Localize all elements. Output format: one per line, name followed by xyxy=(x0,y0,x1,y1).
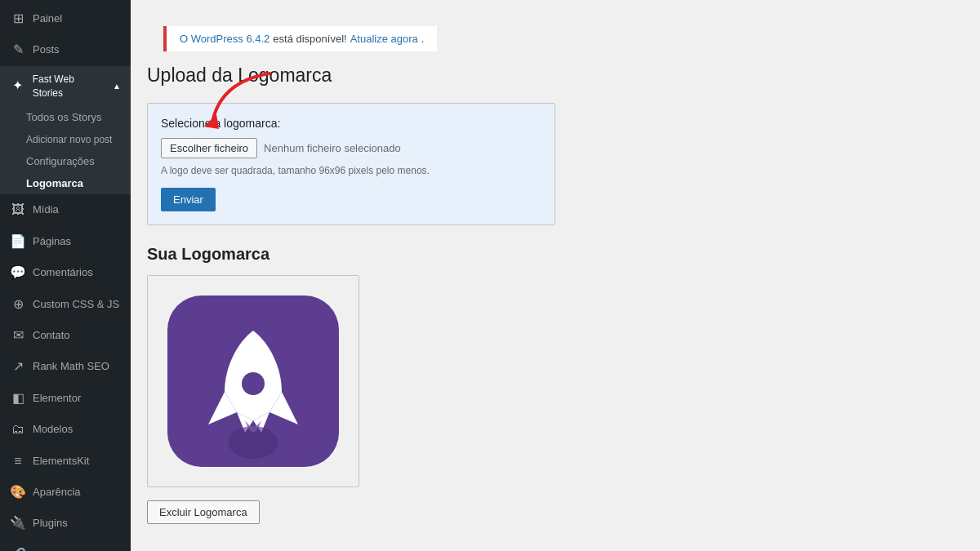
svg-point-3 xyxy=(229,426,278,459)
delete-logo-button[interactable]: Excluir Logomarca xyxy=(147,500,260,524)
update-now-link[interactable]: Atualize agora xyxy=(350,33,418,45)
sidebar-sub-logomarca[interactable]: Logomarca xyxy=(0,172,131,194)
sidebar-item-rank-math-seo[interactable]: ↗ Rank Math SEO xyxy=(0,351,131,382)
sidebar: ⊞ Painel ✎ Posts ✦ Fast Web Stories ▲ To… xyxy=(0,0,131,551)
logo-preview-box xyxy=(147,275,359,487)
logo-section: Sua Logomarca xyxy=(147,245,686,524)
wp-update-notice: O WordPress 6.4.2 está disponível! Atual… xyxy=(163,26,437,51)
wp-version-link[interactable]: O WordPress 6.4.2 xyxy=(180,33,270,45)
paginas-icon: 📄 xyxy=(10,233,26,251)
sidebar-sub-configuracoes[interactable]: Configurações xyxy=(0,150,131,172)
upload-section: Selecione a logomarca: Escolher ficheiro… xyxy=(147,103,555,225)
sidebar-item-elementskit[interactable]: ≡ ElementsKit xyxy=(0,446,131,477)
modelos-icon: 🗂 xyxy=(10,420,26,438)
posts-icon: ✎ xyxy=(10,41,26,59)
aparencia-icon: 🎨 xyxy=(10,483,26,501)
contato-icon: ✉ xyxy=(10,327,26,344)
sidebar-item-paginas[interactable]: 📄 Páginas xyxy=(0,226,131,257)
sidebar-item-aparencia[interactable]: 🎨 Aparência xyxy=(0,477,131,508)
sidebar-item-painel[interactable]: ⊞ Painel xyxy=(0,3,131,34)
choose-file-button[interactable]: Escolher ficheiro xyxy=(161,138,257,158)
main-content: O WordPress 6.4.2 está disponível! Atual… xyxy=(131,0,980,551)
sidebar-item-fast-web-stories[interactable]: ✦ Fast Web Stories ▲ xyxy=(0,66,131,107)
rocket-logo xyxy=(163,291,343,471)
page-content: Upload da Logomarca Selecione a logomarc… xyxy=(131,51,702,537)
file-hint: A logo deve ser quadrada, tamanho 96x96 … xyxy=(161,165,541,176)
comentarios-icon: 💬 xyxy=(10,264,26,282)
sidebar-sub-adicionar-novo-post[interactable]: Adicionar novo post xyxy=(0,128,131,150)
sidebar-item-elementor[interactable]: ◧ Elementor xyxy=(0,383,131,414)
sidebar-item-comentarios[interactable]: 💬 Comentários xyxy=(0,257,131,288)
sidebar-item-modelos[interactable]: 🗂 Modelos xyxy=(0,414,131,445)
fast-web-stories-icon: ✦ xyxy=(10,77,26,95)
svg-point-2 xyxy=(242,372,265,395)
custom-css-icon: ⊕ xyxy=(10,295,26,313)
sidebar-item-posts[interactable]: ✎ Posts xyxy=(0,34,131,65)
painel-icon: ⊞ xyxy=(10,10,26,28)
sidebar-item-plugins[interactable]: 🔌 Plugins xyxy=(0,508,131,539)
file-input-row: Escolher ficheiro Nenhum ficheiro seleci… xyxy=(161,138,541,158)
super-links-icon: 🔗 xyxy=(10,546,26,551)
elementskit-icon: ≡ xyxy=(10,452,26,470)
enviar-button[interactable]: Enviar xyxy=(161,188,216,211)
chevron-right-icon: ▲ xyxy=(113,81,121,92)
midia-icon: 🖼 xyxy=(10,201,26,219)
upload-label: Selecione a logomarca: xyxy=(161,117,541,130)
page-title: Upload da Logomarca xyxy=(147,64,686,87)
sidebar-item-contato[interactable]: ✉ Contato xyxy=(0,320,131,351)
sidebar-item-super-links[interactable]: 🔗 Super Links xyxy=(0,540,131,551)
elementor-icon: ◧ xyxy=(10,389,26,407)
rank-math-icon: ↗ xyxy=(10,358,26,375)
no-file-text: Nenhum ficheiro selecionado xyxy=(264,142,401,154)
plugins-icon: 🔌 xyxy=(10,514,26,532)
sidebar-item-custom-css-js[interactable]: ⊕ Custom CSS & JS xyxy=(0,289,131,320)
sidebar-item-midia[interactable]: 🖼 Mídia xyxy=(0,194,131,225)
sidebar-sub-todos-os-storys[interactable]: Todos os Storys xyxy=(0,106,131,128)
logo-section-title: Sua Logomarca xyxy=(147,245,686,264)
